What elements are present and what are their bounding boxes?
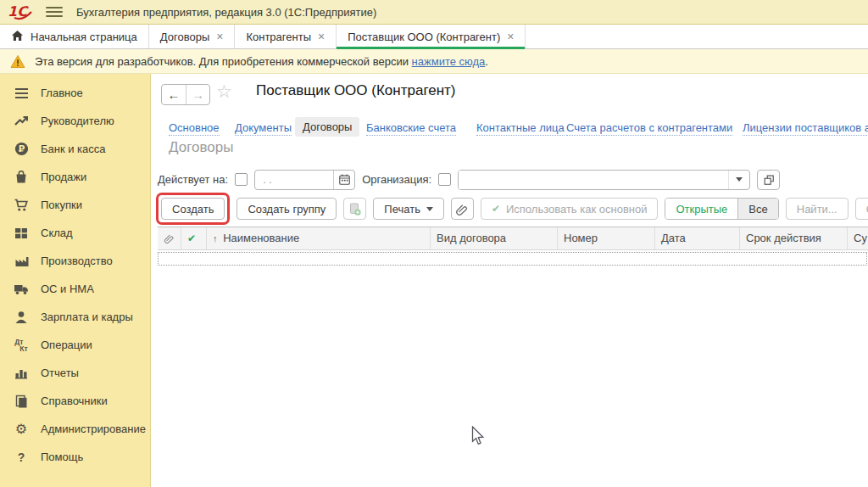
tab-kontragenty[interactable]: Контрагенты × bbox=[235, 25, 337, 48]
list-toolbar: Создать Создать группу Печать ✔ Использо… bbox=[156, 193, 868, 225]
create-button[interactable]: Создать bbox=[161, 198, 225, 220]
buy-commercial-link[interactable]: нажмите сюда bbox=[412, 55, 486, 68]
section-title: Договоры bbox=[169, 139, 233, 156]
nav-link-settlement-accounts[interactable]: Счета расчетов с контрагентами bbox=[566, 121, 732, 136]
choose-from-list-icon[interactable] bbox=[757, 170, 780, 190]
nav-link-bank-accounts[interactable]: Банковские счета bbox=[366, 121, 456, 136]
nav-link-osnovnoe[interactable]: Основное bbox=[169, 121, 220, 136]
column-header-contract-type[interactable]: Вид договора bbox=[431, 227, 558, 249]
sidebar-item-bank-cash[interactable]: Р Банк и касса bbox=[0, 135, 150, 163]
column-header-amount[interactable]: Су bbox=[848, 227, 868, 249]
chevron-down-icon bbox=[426, 207, 433, 211]
sidebar-item-fixed-assets[interactable]: ОС и НМА bbox=[0, 275, 150, 303]
sidebar-item-catalogs[interactable]: Справочники bbox=[0, 387, 150, 415]
use-as-main-button[interactable]: ✔ Использовать как основной bbox=[481, 198, 659, 220]
gear-icon: ⚙ bbox=[13, 421, 30, 437]
history-nav: ← → bbox=[161, 84, 210, 105]
cancel-search-button[interactable]: Отмени bbox=[855, 198, 868, 220]
sidebar-item-main[interactable]: Главное bbox=[0, 79, 150, 107]
nav-link-contact-persons[interactable]: Контактные лица bbox=[476, 121, 565, 136]
acts-on-date-field: . . bbox=[254, 170, 355, 190]
sidebar-item-sales[interactable]: Продажи bbox=[0, 163, 150, 191]
sidebar-item-purchases[interactable]: Покупки bbox=[0, 191, 150, 219]
copy-button[interactable] bbox=[343, 198, 366, 220]
sidebar-item-label: ОС и НМА bbox=[41, 283, 94, 295]
favorite-star-icon[interactable]: ☆ bbox=[216, 81, 232, 102]
toggle-open[interactable]: Открытые bbox=[665, 199, 737, 219]
check-icon: ✔ bbox=[187, 232, 196, 244]
acts-on-checkbox[interactable] bbox=[235, 173, 248, 186]
grid-icon bbox=[13, 227, 30, 239]
contracts-table-header: ✔ ↑ Наименование Вид договора Номер Дата… bbox=[158, 227, 868, 250]
chevron-down-icon[interactable] bbox=[728, 171, 749, 189]
main-flag-column-header[interactable]: ✔ bbox=[181, 227, 207, 249]
books-icon bbox=[13, 395, 30, 408]
organization-label: Организация: bbox=[362, 173, 431, 186]
sidebar-item-manager[interactable]: Руководителю bbox=[0, 107, 150, 135]
column-header-validity[interactable]: Срок действия bbox=[740, 227, 848, 249]
find-button[interactable]: Найти... bbox=[786, 198, 849, 220]
print-button[interactable]: Печать bbox=[373, 198, 444, 220]
organization-input[interactable] bbox=[459, 171, 728, 189]
column-header-number[interactable]: Номер bbox=[558, 227, 655, 249]
calendar-icon[interactable] bbox=[333, 171, 354, 189]
forward-button[interactable]: → bbox=[186, 85, 209, 104]
nav-link-dogovory-active[interactable]: Договоры bbox=[295, 117, 359, 137]
open-all-toggle: Открытые Все bbox=[665, 198, 778, 220]
sidebar-item-label: Операции bbox=[41, 339, 92, 351]
close-icon[interactable]: × bbox=[318, 31, 325, 42]
attachment-column-header[interactable] bbox=[158, 227, 181, 249]
debit-credit-icon: Дт Кт bbox=[13, 339, 30, 352]
page-title: Поставщик ООО (Контрагент) bbox=[256, 82, 456, 99]
section-sidebar: Главное Руководителю Р Банк и касса Прод… bbox=[0, 74, 151, 487]
warning-icon bbox=[10, 54, 25, 69]
shopping-bag-icon bbox=[13, 170, 30, 184]
tab-home[interactable]: Начальная страница bbox=[0, 25, 149, 48]
sidebar-item-label: Справочники bbox=[41, 395, 108, 407]
tab-dogovory[interactable]: Договоры × bbox=[149, 25, 236, 48]
tab-label: Договоры bbox=[160, 31, 209, 43]
create-group-button[interactable]: Создать группу bbox=[236, 198, 337, 220]
sidebar-item-administration[interactable]: ⚙ Администрирование bbox=[0, 415, 150, 443]
help-icon: ? bbox=[13, 451, 30, 464]
warning-text: Эта версия для разработчиков. Для приобр… bbox=[35, 55, 488, 68]
tab-postavshchik-kontragent[interactable]: Поставщик ООО (Контрагент) × bbox=[337, 25, 526, 48]
sidebar-item-help[interactable]: ? Помощь bbox=[0, 443, 150, 471]
sidebar-item-label: Продажи bbox=[41, 171, 86, 183]
menu-icon bbox=[13, 87, 30, 99]
entity-nav-links: Основное Документы Договоры Банковские с… bbox=[151, 117, 868, 141]
toggle-all[interactable]: Все bbox=[737, 199, 777, 219]
tab-label: Поставщик ООО (Контрагент) bbox=[348, 31, 500, 43]
tab-label: Контрагенты bbox=[246, 31, 311, 43]
sidebar-item-label: Производство bbox=[41, 255, 113, 267]
organization-combo bbox=[458, 170, 750, 190]
date-input[interactable]: . . bbox=[255, 171, 333, 189]
sidebar-item-operations[interactable]: Дт Кт Операции bbox=[0, 331, 150, 359]
sidebar-item-salary-hr[interactable]: Зарплата и кадры bbox=[0, 303, 150, 331]
sort-asc-icon: ↑ bbox=[213, 233, 218, 244]
app-title: Бухгалтерия предприятия, редакция 3.0 (1… bbox=[76, 6, 376, 19]
person-icon bbox=[13, 311, 30, 324]
shopping-cart-icon bbox=[13, 198, 30, 212]
sidebar-item-warehouse[interactable]: Склад bbox=[0, 219, 150, 247]
nav-link-dokumenty[interactable]: Документы bbox=[235, 121, 292, 136]
main-menu-icon[interactable] bbox=[46, 7, 63, 17]
close-icon[interactable]: × bbox=[216, 31, 223, 42]
truck-icon bbox=[13, 283, 30, 295]
column-header-date[interactable]: Дата bbox=[655, 227, 740, 249]
dev-version-warning-bar: Эта версия для разработчиков. Для приобр… bbox=[0, 49, 868, 74]
sidebar-item-label: Администрирование bbox=[41, 423, 146, 435]
sidebar-item-label: Главное bbox=[41, 87, 83, 99]
sidebar-item-production[interactable]: Производство bbox=[0, 247, 150, 275]
titlebar: 1С Бухгалтерия предприятия, редакция 3.0… bbox=[0, 0, 868, 25]
nav-link-supplier-licenses[interactable]: Лицензии поставщиков ал bbox=[743, 121, 868, 136]
sidebar-item-label: Помощь bbox=[41, 451, 83, 463]
organization-checkbox[interactable] bbox=[438, 173, 451, 186]
column-header-name[interactable]: ↑ Наименование bbox=[207, 227, 431, 249]
mouse-cursor bbox=[471, 426, 487, 450]
sidebar-item-label: Отчеты bbox=[41, 367, 79, 379]
close-icon[interactable]: × bbox=[507, 31, 514, 42]
sidebar-item-reports[interactable]: Отчеты bbox=[0, 359, 150, 387]
attachments-button[interactable] bbox=[451, 198, 474, 220]
back-button[interactable]: ← bbox=[162, 85, 186, 104]
